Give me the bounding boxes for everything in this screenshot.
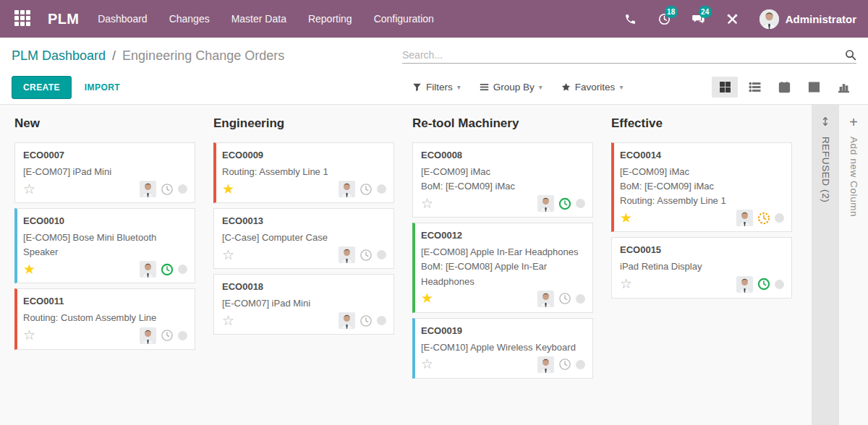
star-icon[interactable]: ★ (222, 182, 234, 197)
kanban-card[interactable]: ECO0011 Routing: Custom Assembly Line ☆ (14, 288, 195, 349)
phone-icon[interactable] (624, 12, 638, 26)
kanban-state-dot[interactable] (377, 184, 386, 194)
user-menu[interactable]: Administrator (760, 9, 856, 29)
view-list-button[interactable] (741, 77, 767, 98)
app-brand[interactable]: PLM (48, 11, 79, 27)
activity-clock-icon[interactable] (757, 212, 770, 225)
filters-dropdown[interactable]: Filters ▾ (412, 82, 461, 93)
messages-icon[interactable]: 24 (692, 12, 706, 26)
activity-clock-icon[interactable] (161, 263, 174, 276)
user-name: Administrator (786, 13, 856, 25)
menu-configuration[interactable]: Configuration (374, 13, 434, 25)
star-icon[interactable]: ☆ (620, 277, 632, 291)
kanban-card[interactable]: ECO0019 [E-COM10] Apple Wireless Keyboar… (412, 318, 593, 379)
kanban-state-dot[interactable] (775, 280, 784, 289)
breadcrumb-parent-link[interactable]: PLM Dashboard (12, 48, 106, 64)
plus-icon: + (849, 115, 858, 129)
kanban-card[interactable]: ECO0013 [C-Case] Computer Case ☆ (213, 208, 394, 269)
avatar[interactable] (736, 276, 753, 293)
view-calendar-button[interactable] (771, 77, 797, 98)
menu-reporting[interactable]: Reporting (308, 13, 352, 25)
activity-clock-icon[interactable] (757, 278, 770, 291)
view-graph-button[interactable] (830, 77, 856, 98)
menu-master-data[interactable]: Master Data (231, 13, 286, 25)
breadcrumb: PLM Dashboard / Engineering Change Order… (12, 48, 284, 64)
import-button[interactable]: IMPORT (85, 82, 120, 93)
kanban-card[interactable]: ECO0012 [E-COM08] Apple In-Ear Headphone… (412, 223, 593, 312)
kanban-state-dot[interactable] (377, 316, 386, 325)
activities-badge: 18 (665, 6, 678, 18)
activity-clock-icon[interactable] (359, 183, 373, 196)
menu-dashboard[interactable]: Dashboard (98, 13, 148, 25)
activity-clock-icon[interactable] (161, 329, 174, 342)
kanban-state-dot[interactable] (576, 294, 585, 304)
avatar[interactable] (339, 181, 355, 197)
star-icon[interactable]: ☆ (222, 248, 234, 262)
avatar[interactable] (537, 356, 554, 373)
avatar[interactable] (537, 291, 554, 307)
activity-clock-icon[interactable] (161, 183, 174, 196)
search-input[interactable] (402, 49, 845, 61)
card-title: ECO0018 (222, 281, 386, 292)
favorites-star-icon (561, 82, 571, 92)
kanban-board: New ECO0007 [E-COM07] iPad Mini ☆ ECO001… (0, 105, 868, 425)
avatar[interactable] (339, 246, 355, 263)
search-icon[interactable] (845, 49, 856, 61)
activities-clock-icon[interactable]: 18 (658, 12, 672, 26)
kanban-state-dot[interactable] (775, 213, 784, 223)
star-icon[interactable]: ★ (23, 262, 35, 277)
star-icon[interactable]: ☆ (23, 182, 35, 197)
kanban-state-dot[interactable] (576, 360, 585, 369)
avatar[interactable] (140, 327, 156, 344)
kanban-card[interactable]: ECO0014 [E-COM09] iMac BoM: [E-COM09] iM… (611, 142, 792, 232)
kanban-state-dot[interactable] (178, 184, 187, 194)
avatar[interactable] (339, 312, 355, 329)
kanban-state-dot[interactable] (178, 265, 187, 274)
avatar[interactable] (537, 195, 554, 212)
expand-arrows-icon (820, 116, 830, 126)
kanban-state-dot[interactable] (576, 199, 585, 208)
apps-menu-icon[interactable] (14, 10, 32, 27)
avatar[interactable] (736, 210, 753, 226)
card-description: [E-COM09] iMac BoM: [E-COM09] iMac Routi… (620, 165, 784, 208)
star-icon[interactable]: ☆ (23, 328, 35, 343)
card-title: ECO0014 (620, 150, 784, 160)
kanban-card[interactable]: ECO0010 [E-COM05] Bose Mini Bluetooth Sp… (14, 208, 195, 283)
breadcrumb-separator: / (112, 48, 116, 64)
create-button[interactable]: CREATE (12, 76, 72, 99)
column-title: New (14, 116, 195, 131)
card-description: [E-COM10] Apple Wireless Keyboard (421, 340, 585, 355)
kanban-card[interactable]: ECO0018 [E-COM07] iPad Mini ☆ (213, 274, 394, 335)
menu-changes[interactable]: Changes (169, 13, 210, 25)
star-icon[interactable]: ★ (421, 291, 433, 306)
kanban-card[interactable]: ECO0008 [E-COM09] iMac BoM: [E-COM09] iM… (412, 142, 593, 218)
star-icon[interactable]: ☆ (421, 197, 433, 211)
view-pivot-button[interactable] (801, 77, 827, 98)
kanban-card[interactable]: ECO0009 Routing: Assembly Line 1 ★ (213, 142, 394, 203)
avatar[interactable] (140, 261, 156, 278)
kanban-card[interactable]: ECO0015 iPad Retina Display ☆ (611, 237, 792, 298)
activity-clock-icon[interactable] (558, 197, 571, 210)
add-new-column-button[interactable]: + Add new Column (839, 105, 868, 425)
tools-icon[interactable] (726, 12, 740, 26)
card-title: ECO0008 (421, 150, 585, 160)
activity-clock-icon[interactable] (558, 292, 571, 305)
navbar-right: 18 24 Administrator (624, 9, 856, 29)
column-cards: ECO0007 [E-COM07] iPad Mini ☆ ECO0010 [E… (14, 142, 195, 350)
star-icon[interactable]: ☆ (222, 314, 234, 328)
activity-clock-icon[interactable] (359, 249, 373, 262)
activity-clock-icon[interactable] (558, 358, 571, 371)
messages-badge: 24 (699, 6, 712, 18)
star-icon[interactable]: ☆ (421, 357, 433, 372)
activity-clock-icon[interactable] (359, 314, 373, 327)
collapsed-column-refused[interactable]: REFUSED (2) (812, 105, 839, 425)
kanban-card[interactable]: ECO0007 [E-COM07] iPad Mini ☆ (14, 142, 195, 203)
star-icon[interactable]: ★ (620, 211, 632, 226)
avatar[interactable] (140, 181, 156, 197)
group-by-dropdown[interactable]: Group By ▾ (480, 82, 542, 93)
kanban-state-dot[interactable] (377, 250, 386, 259)
favorites-dropdown[interactable]: Favorites ▾ (561, 82, 624, 93)
chevron-down-icon: ▾ (539, 83, 542, 91)
view-kanban-button[interactable] (712, 77, 738, 98)
kanban-state-dot[interactable] (178, 331, 187, 340)
